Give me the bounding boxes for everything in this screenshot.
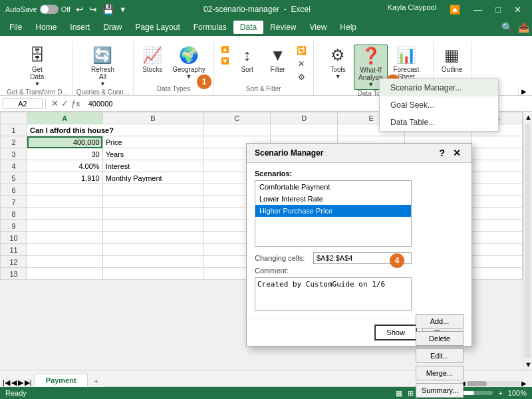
menu-data[interactable]: Data [233,21,263,34]
formula-cancel-icon[interactable]: ✕ [51,98,59,108]
redo-icon[interactable]: ↪ [89,4,97,15]
horizontal-scrollbar[interactable]: ◀ ▶ [460,380,527,387]
edit-btn[interactable]: Edit... [416,348,464,363]
sheet-nav-next[interactable]: ▶ [18,378,23,387]
scenario-item-2[interactable]: Higher Purchase Price [255,205,411,217]
reapply-btn[interactable]: 🔁 [294,45,309,57]
menu-help[interactable]: Help [333,21,363,34]
cell-g4[interactable] [472,160,523,172]
sheet-nav-last[interactable]: ▶| [25,378,32,387]
menu-insert[interactable]: Insert [63,21,96,34]
data-table-item[interactable]: Data Table... [380,114,498,131]
scroll-up-btn[interactable]: ▲ [523,112,532,122]
cell-b5[interactable]: Monthly Payment [102,172,203,184]
add-btn[interactable]: Add... [416,314,464,329]
merge-btn[interactable]: Merge... [416,366,464,380]
col-header-b[interactable]: B [102,112,203,124]
quick-access-more[interactable]: ▼ [119,5,126,13]
cell-b4[interactable]: Interest [102,160,203,172]
menu-draw[interactable]: Draw [96,21,128,34]
sheet-nav-prev[interactable]: ◀ [11,378,17,387]
col-header-c[interactable]: C [203,112,271,124]
scenario-manager-item[interactable]: Scenario Manager... [380,79,498,96]
group-data-types-label: Data Types [157,85,190,94]
scenario-item-1[interactable]: Lower Interest Rate [255,193,411,205]
summary-btn[interactable]: Summary... [416,383,464,398]
tools-label: Tools [330,66,345,73]
col-header-a[interactable]: A [27,112,103,124]
col-header-d[interactable]: D [271,112,338,124]
get-data-btn[interactable]: 🗄 GetData ▼ [23,45,52,88]
undo-icon[interactable]: ↩ [76,4,84,15]
geography-btn[interactable]: 🌍 Geography ▼ [168,45,209,81]
cell-b3[interactable]: Years [102,148,203,160]
tab-payment[interactable]: Payment [35,374,88,387]
autosave-toggle[interactable]: AutoSave Off [5,5,70,14]
refresh-all-btn[interactable]: 🔄 RefreshAll ▼ [87,45,118,88]
sheet-nav-first[interactable]: |◀ [3,378,10,387]
menu-formulas[interactable]: Formulas [187,21,233,34]
cell-a2[interactable]: 400,000 [27,136,103,148]
changing-cells-input[interactable] [313,252,412,264]
tools-btn[interactable]: ⚙ Tools ▼ [323,45,352,81]
sort-desc-btn[interactable]: 🔽 [218,56,231,66]
close-btn[interactable]: ✕ [509,3,527,16]
goal-seek-item[interactable]: Goal Seek... [380,96,498,114]
hscroll-track[interactable] [467,381,520,386]
cell-a5[interactable]: 1,910 [27,172,103,184]
ribbon-toggle-btn[interactable]: 🔼 [444,3,466,16]
menu-page-layout[interactable]: Page Layout [128,21,186,34]
dialog-close-btn[interactable]: ✕ [450,148,464,158]
vertical-scrollbar[interactable]: ▲ ▼ [523,112,532,370]
advanced-btn[interactable]: ⚙ [294,71,309,83]
cell-d1[interactable] [271,124,338,136]
minimize-btn[interactable]: — [468,3,487,16]
comment-area[interactable]: Created by CustomGuide on 1/6 [255,277,412,311]
cell-g5[interactable] [472,172,523,184]
cell-g3[interactable] [472,148,523,160]
menu-view[interactable]: View [303,21,334,34]
ribbon-scroll-right[interactable]: ▶ [518,88,529,95]
cell-a3[interactable]: 30 [27,148,103,160]
delete-btn[interactable]: Delete [416,331,464,346]
save-icon[interactable]: 💾 [102,4,114,15]
sheet-nav[interactable]: |◀ ◀ ▶ ▶| [3,378,32,387]
forecast-sheet-btn[interactable]: 📊 ForecastSheet [389,45,423,82]
scroll-thumb[interactable] [525,124,531,358]
cell-reference-input[interactable] [3,98,43,109]
sort-asc-btn[interactable]: 🔼 [218,45,231,55]
outline-btn[interactable]: ▦ Outline [438,45,467,74]
formula-confirm-icon[interactable]: ✓ [61,98,68,108]
dialog-help-btn[interactable]: ? [436,148,448,158]
group-get-transform-items: 🗄 GetData ▼ [23,42,52,88]
menu-review[interactable]: Review [263,21,303,34]
maximize-btn[interactable]: □ [490,3,506,16]
cell-c1[interactable] [203,124,271,136]
hscroll-thumb[interactable] [467,381,487,386]
view-page-layout-icon[interactable]: ⊞ [408,389,414,398]
cell-g2[interactable] [472,136,523,148]
view-normal-icon[interactable]: ▦ [396,389,402,398]
zoom-plus-btn[interactable]: + [498,389,502,397]
stocks-btn[interactable]: 📈 Stocks [138,45,167,74]
scenarios-list[interactable]: Comfortable Payment Lower Interest Rate … [255,180,412,247]
cell-b2[interactable]: Price [102,136,203,148]
cell-a4[interactable]: 4.00% [27,160,103,172]
scenario-item-0[interactable]: Comfortable Payment [255,181,411,193]
menu-home[interactable]: Home [29,21,63,34]
add-sheet-btn[interactable]: + [89,375,104,387]
filter-btn[interactable]: ▼ Filter [263,45,293,74]
clear-btn[interactable]: ✕ [294,58,309,70]
show-btn[interactable]: Show [374,325,417,340]
hscroll-right[interactable]: ▶ [521,380,527,387]
menu-file[interactable]: File [3,21,29,34]
sort-btn[interactable]: ↕ Sort [233,45,262,74]
autosave-switch[interactable] [40,5,59,14]
formula-insert-icon[interactable]: ƒx [71,98,80,108]
scroll-down-btn[interactable]: ▼ [523,359,532,370]
row-num-6: 6 [1,184,27,196]
comment-row: Comment: [255,267,412,275]
share-icon[interactable]: 📤 [518,22,529,33]
cell-a1[interactable]: Can I afford this house? [27,124,203,136]
search-icon[interactable]: 🔍 [501,22,513,33]
